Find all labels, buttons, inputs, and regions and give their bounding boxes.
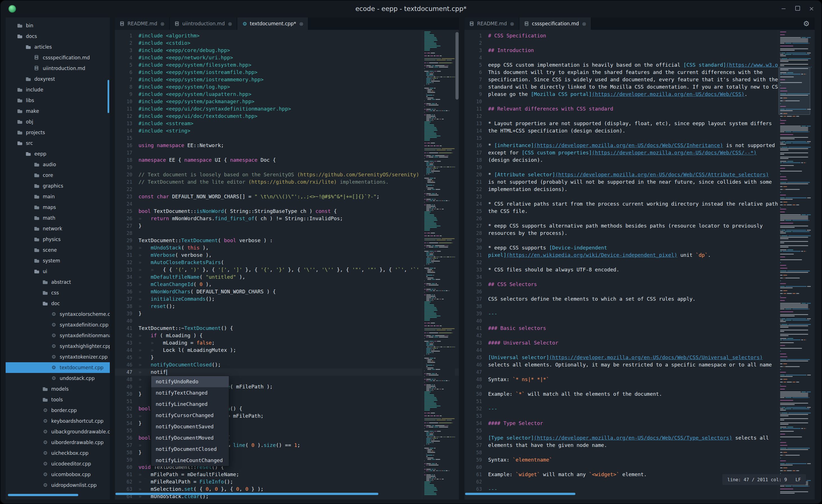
code-line[interactable]: 39--- xyxy=(464,310,815,317)
code-line[interactable]: 19 xyxy=(115,164,459,171)
autocomplete-item[interactable]: notifyDocumentMoved xyxy=(151,432,229,444)
code-line[interactable]: 13#include <sstream> xyxy=(115,120,459,127)
tab-uiintroduction.md[interactable]: uiintroduction.md⊗ xyxy=(170,17,237,30)
minimap-right[interactable] xyxy=(778,30,811,499)
code-line[interactable]: 41TextDocument::~TextDocument() { xyxy=(115,325,459,332)
code-line[interactable]: 16* [inheritance](https://developer.mozi… xyxy=(464,142,815,149)
tree-item-syntaxcolorscheme.cpp[interactable]: syntaxcolorscheme.cpp xyxy=(6,309,110,319)
code-line[interactable]: 25the CSS file. xyxy=(464,208,815,215)
code-line[interactable]: 59Syntax: `elementname` xyxy=(464,456,815,463)
tree-item-physics[interactable]: physics xyxy=(6,234,110,245)
tree-item-models[interactable]: models xyxy=(6,384,110,394)
code-line[interactable]: 27* eepp CSS supports alternative path m… xyxy=(464,222,815,229)
code-line[interactable]: 20// Text document is loosely based on t… xyxy=(115,171,459,178)
code-line[interactable]: 29 xyxy=(464,237,815,244)
code-line[interactable]: 44 xyxy=(464,347,815,354)
code-line[interactable]: 19 xyxy=(464,164,815,171)
tree-item-eepp[interactable]: eepp xyxy=(6,149,110,159)
tree-item-core[interactable]: core xyxy=(6,170,110,181)
code-line[interactable]: 39} xyxy=(115,310,459,317)
code-line[interactable]: 13* Layout properties are not supported … xyxy=(464,120,815,127)
code-line[interactable]: 51 xyxy=(464,398,815,405)
tree-item-uibackgrounddrawable.cpp[interactable]: uibackgrounddrawable.cpp xyxy=(6,426,110,437)
code-line[interactable]: 15 xyxy=(464,134,815,142)
code-line[interactable]: 22implementation decisions). xyxy=(464,186,815,193)
code-line[interactable]: 34 xyxy=(464,273,815,281)
code-line[interactable]: 53 xyxy=(464,412,815,420)
tree-item-keyboardshortcut.cpp[interactable]: keyboardshortcut.cpp xyxy=(6,416,110,426)
autocomplete-item[interactable]: notifyLineChanged xyxy=(151,399,229,410)
tree-item-tools[interactable]: tools xyxy=(6,394,110,405)
code-line[interactable]: 17except for [CSS custom properties](htt… xyxy=(464,149,815,156)
code-line[interactable]: 7specification. Since CSS is widely used… xyxy=(464,76,815,83)
code-line[interactable]: 25bool TextDocument::isNonWord( String::… xyxy=(115,208,459,215)
code-line[interactable]: 17 xyxy=(115,149,459,156)
code-editor-right[interactable]: 1# CSS Specification23## Introduction45e… xyxy=(464,30,815,499)
tab-close-icon[interactable]: ⊗ xyxy=(160,21,164,27)
code-line[interactable]: 18namespace EE { namespace UI { namespac… xyxy=(115,156,459,164)
tab-README.md[interactable]: README.md⊗ xyxy=(115,17,170,30)
code-line[interactable]: 28 xyxy=(115,229,459,237)
code-line[interactable]: 52--- xyxy=(464,405,815,412)
code-line[interactable]: 26 xyxy=(464,215,815,222)
tree-item-css[interactable]: css xyxy=(6,287,110,298)
code-line[interactable]: 45[Universal selector](https://developer… xyxy=(464,354,815,361)
code-line[interactable]: 31pixel](https://en.wikipedia.org/wiki/D… xyxy=(464,251,815,259)
code-line[interactable]: 7#include <eepp/system/iostreammemory.hp… xyxy=(115,76,459,83)
autocomplete-item[interactable]: notifyCursorChanged xyxy=(151,410,229,421)
editor-horizontal-scrollbar-left[interactable] xyxy=(115,493,378,495)
code-line[interactable]: 54#### Type Selector xyxy=(464,420,815,427)
code-line[interactable]: 5eepp CSS custom implementation is heavi… xyxy=(464,61,815,69)
tree-item-cssspecification.md[interactable]: cssspecification.md xyxy=(6,52,110,63)
code-line[interactable]: 47» notif xyxy=(115,368,459,376)
code-line[interactable]: 63» mSelection.set( { 0, 0 }, { 0, 0 } )… xyxy=(115,485,459,493)
code-line[interactable]: 56[Type selector](https://developer.mozi… xyxy=(464,434,815,442)
minimize-icon[interactable]: − xyxy=(781,6,786,12)
code-line[interactable]: 61» mFilePath = mDefaultFileName; xyxy=(115,471,459,478)
code-line[interactable]: 2#include <cstdio> xyxy=(115,39,459,47)
tree-item-uicheckbox.cpp[interactable]: uicheckbox.cpp xyxy=(6,448,110,458)
code-line[interactable]: 30* eepp CSS supports [Device-independen… xyxy=(464,244,815,251)
code-line[interactable]: 57elements that have the given node name… xyxy=(464,442,815,449)
tree-item-bin[interactable]: bin xyxy=(6,20,110,31)
tab-cssspecification.md[interactable]: cssspecification.md⊗ xyxy=(519,17,591,30)
code-line[interactable]: 38 xyxy=(464,303,815,310)
tab-textdocument.cpp*[interactable]: textdocument.cpp*⊗ xyxy=(237,17,309,30)
autocomplete-item[interactable]: notifyDocumentSaved xyxy=(151,421,229,432)
code-line[interactable]: 23 xyxy=(464,193,815,200)
tree-item-syntaxdefinitionmanager.cpp[interactable]: syntaxdefinitionmanager.cpp xyxy=(6,330,110,341)
tree-item-libs[interactable]: libs xyxy=(6,95,110,106)
code-line[interactable]: 42» if ( mLoading ) { xyxy=(115,332,459,339)
code-line[interactable]: 21// TextDocument and the lite editor (h… xyxy=(115,178,459,186)
code-line[interactable]: 8#include <eepp/system/log.hpp> xyxy=(115,83,459,91)
code-line[interactable]: 10#include <eepp/system/packmanager.hpp> xyxy=(115,98,459,105)
tree-item-maps[interactable]: maps xyxy=(6,202,110,213)
code-line[interactable]: 45» } xyxy=(115,354,459,361)
code-line[interactable]: 5#include <eepp/system/filesystem.hpp> xyxy=(115,61,459,69)
code-line[interactable]: 44» » Lock l( mLoadingMutex ); xyxy=(115,347,459,354)
code-line[interactable]: 55 xyxy=(464,427,815,434)
code-line[interactable]: 9please go the [Mozilla CSS portal](http… xyxy=(464,91,815,98)
code-line[interactable]: 14the HTML+CSS specification (design dec… xyxy=(464,127,815,134)
code-line[interactable]: 30» mUndoStack( this ), xyxy=(115,244,459,251)
tree-item-uiborderdrawable.cpp[interactable]: uiborderdrawable.cpp xyxy=(6,437,110,448)
tree-item-uiintroduction.md[interactable]: uiintroduction.md xyxy=(6,63,110,74)
code-line[interactable]: 43» » mLoading = false; xyxy=(115,339,459,347)
code-line[interactable]: 43#### Universal Selector xyxy=(464,339,815,347)
code-line[interactable]: 46selects all elements. Optionally, it m… xyxy=(464,361,815,368)
tree-item-border.cpp[interactable]: border.cpp xyxy=(6,405,110,416)
code-line[interactable]: 62» mFileRealPath = FileInfo(); xyxy=(115,478,459,485)
code-line[interactable]: 32 xyxy=(464,259,815,266)
code-line[interactable]: 22 xyxy=(115,186,459,193)
tree-item-graphics[interactable]: graphics xyxy=(6,181,110,191)
code-line[interactable]: 32» mAutoCloseBracketsPairs( xyxy=(115,259,459,266)
maximize-icon[interactable] xyxy=(795,6,800,12)
code-line[interactable]: 33» » { { '(', ')' }, { '[', ']' }, { '{… xyxy=(115,266,459,273)
tree-item-obj[interactable]: obj xyxy=(6,116,110,127)
code-line[interactable]: 24 xyxy=(115,200,459,208)
code-line[interactable]: 27} xyxy=(115,222,459,229)
editor-vertical-scrollbar-left[interactable] xyxy=(455,32,459,100)
code-line[interactable]: 1#include <algorithm> xyxy=(115,32,459,39)
code-line[interactable]: 40 xyxy=(115,317,459,325)
tab-README.md[interactable]: README.md⊗ xyxy=(464,17,519,30)
